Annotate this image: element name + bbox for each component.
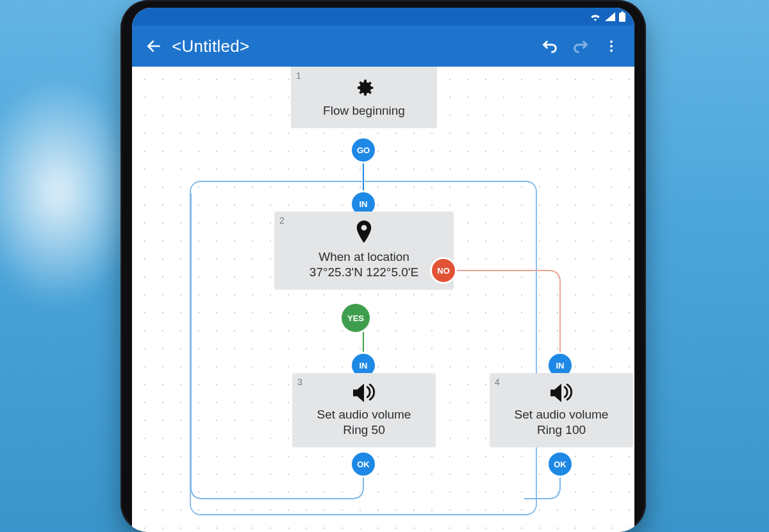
node-number: 1 xyxy=(296,71,301,81)
node-title: Set audio volume xyxy=(501,408,622,422)
node-title: Set audio volume xyxy=(304,408,424,422)
node-title: Flow beginning xyxy=(302,104,426,118)
svg-point-5 xyxy=(610,49,613,52)
node-number: 3 xyxy=(297,377,302,387)
speaker-icon xyxy=(304,382,424,404)
svg-point-4 xyxy=(610,45,613,47)
port-ok[interactable]: OK xyxy=(549,453,572,476)
node-subtitle: Ring 50 xyxy=(304,423,424,437)
node-number: 4 xyxy=(495,377,500,387)
flow-canvas[interactable]: 1 Flow beginning GO IN 2 When at locatio… xyxy=(132,67,634,532)
cell-signal-icon xyxy=(605,12,615,21)
svg-point-3 xyxy=(610,40,613,43)
flow-node-location[interactable]: 2 When at location 37°25.3'N 122°5.0'E xyxy=(274,212,454,290)
node-title: When at location xyxy=(286,250,442,264)
port-ok[interactable]: OK xyxy=(352,453,375,476)
undo-button[interactable] xyxy=(534,31,565,62)
svg-rect-0 xyxy=(619,13,625,22)
gear-icon xyxy=(302,76,426,100)
port-yes[interactable]: YES xyxy=(342,304,370,332)
redo-button[interactable] xyxy=(565,31,596,62)
page-title: <Untitled> xyxy=(172,37,250,56)
flow-node-volume-50[interactable]: 3 Set audio volume Ring 50 xyxy=(292,373,436,447)
phone-screen: <Untitled> xyxy=(132,8,634,532)
back-button[interactable] xyxy=(140,32,168,60)
port-go[interactable]: GO xyxy=(352,138,375,162)
overflow-menu-button[interactable] xyxy=(596,31,627,62)
flow-node-beginning[interactable]: 1 Flow beginning xyxy=(291,67,437,128)
battery-icon xyxy=(619,12,625,22)
arrow-left-icon xyxy=(145,38,162,54)
more-vert-icon xyxy=(604,38,619,54)
phone-frame: <Untitled> xyxy=(120,0,646,532)
app-bar: <Untitled> xyxy=(132,26,634,67)
redo-icon xyxy=(572,37,590,55)
node-subtitle: Ring 100 xyxy=(501,423,622,437)
wifi-icon xyxy=(590,12,601,21)
flow-node-volume-100[interactable]: 4 Set audio volume Ring 100 xyxy=(490,373,633,447)
speaker-icon xyxy=(501,382,622,404)
undo-icon xyxy=(541,37,559,55)
status-bar xyxy=(132,8,634,26)
node-number: 2 xyxy=(279,215,285,226)
port-no[interactable]: NO xyxy=(432,259,455,282)
location-pin-icon xyxy=(286,220,442,246)
node-subtitle: 37°25.3'N 122°5.0'E xyxy=(286,265,442,279)
svg-rect-1 xyxy=(621,12,624,13)
